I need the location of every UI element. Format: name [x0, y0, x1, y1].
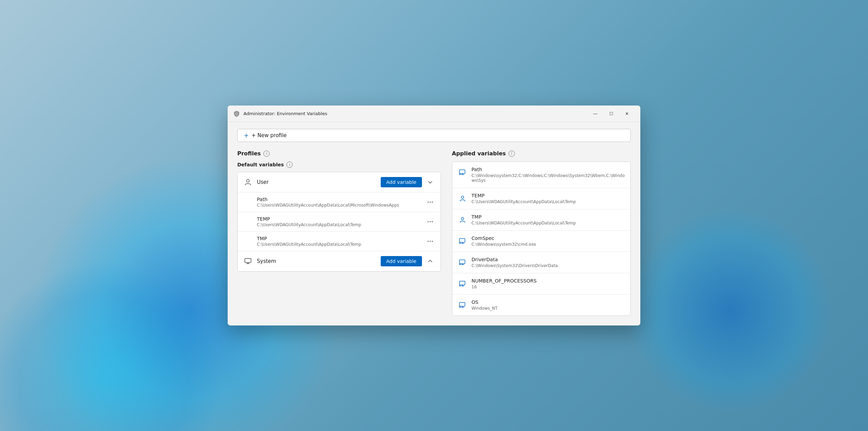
user-chevron-button[interactable] — [425, 177, 435, 187]
close-button[interactable]: ✕ — [619, 108, 635, 119]
list-item: DriverData C:\Windows\System32\Drivers\D… — [452, 252, 630, 273]
applied-item-info: Path C:\Windows\system32;C:\Windows;C:\W… — [471, 167, 625, 183]
app-icon — [233, 110, 240, 117]
new-profile-label: + New profile — [251, 132, 286, 139]
svg-point-4 — [428, 221, 429, 222]
window-title: Administrator: Environment Variables — [243, 111, 587, 116]
title-bar-controls: — ☐ ✕ — [587, 108, 635, 119]
minimize-button[interactable]: — — [587, 108, 603, 119]
variable-value: C:\Users\WDAGUtilityAccount\AppData\Loca… — [257, 242, 425, 247]
temp-more-button[interactable] — [425, 217, 435, 226]
default-variables-info-icon[interactable]: i — [286, 162, 293, 168]
main-content: Profiles i Default variables i — [237, 150, 631, 316]
svg-point-7 — [428, 241, 429, 242]
svg-rect-12 — [459, 174, 460, 175]
svg-point-9 — [432, 241, 433, 242]
applied-system-icon-2 — [458, 236, 467, 246]
title-bar: Administrator: Environment Variables — ☐… — [228, 106, 640, 122]
variable-info: Path C:\Users\WDAGUtilityAccount\AppData… — [257, 197, 425, 208]
svg-rect-15 — [459, 239, 465, 242]
applied-item-name: TEMP — [471, 193, 625, 198]
plus-icon: + — [244, 132, 249, 139]
svg-rect-19 — [459, 281, 465, 285]
applied-item-name: Path — [471, 167, 625, 172]
svg-point-13 — [462, 196, 464, 199]
svg-rect-10 — [245, 258, 251, 263]
table-row: TEMP C:\Users\WDAGUtilityAccount\AppData… — [238, 212, 441, 232]
applied-item-value: C:\Users\WDAGUtilityAccount\AppData\Loca… — [471, 221, 625, 225]
applied-variables-info-icon[interactable]: i — [509, 151, 515, 157]
svg-rect-11 — [459, 170, 465, 174]
default-variables-header: Default variables i — [237, 162, 441, 168]
variable-name: TMP — [257, 236, 425, 241]
system-category-row: System Add variable — [238, 251, 441, 271]
applied-item-name: TMP — [471, 214, 625, 220]
variable-info: TMP C:\Users\WDAGUtilityAccount\AppData\… — [257, 236, 425, 247]
svg-point-6 — [432, 221, 433, 222]
svg-point-2 — [430, 202, 431, 203]
applied-item-value: 16 — [471, 285, 625, 289]
window-body: + + New profile Profiles i Default varia… — [228, 122, 640, 325]
tmp-more-button[interactable] — [425, 236, 435, 246]
applied-item-info: NUMBER_OF_PROCESSORS 16 — [471, 278, 625, 289]
svg-point-8 — [430, 241, 431, 242]
applied-variables-panel: Path C:\Windows\system32;C:\Windows;C:\W… — [452, 162, 631, 316]
maximize-button[interactable]: ☐ — [603, 108, 619, 119]
system-chevron-button[interactable] — [425, 256, 435, 266]
user-icon — [243, 177, 253, 187]
list-item: NUMBER_OF_PROCESSORS 16 — [452, 273, 630, 295]
svg-rect-16 — [459, 242, 460, 244]
applied-item-info: TEMP C:\Users\WDAGUtilityAccount\AppData… — [471, 193, 625, 204]
svg-point-5 — [430, 221, 431, 222]
user-category-label: User — [257, 179, 381, 185]
svg-point-1 — [428, 202, 429, 203]
main-window: Administrator: Environment Variables — ☐… — [228, 106, 640, 325]
new-profile-button[interactable]: + + New profile — [237, 129, 631, 142]
list-item: Path C:\Windows\system32;C:\Windows;C:\W… — [452, 162, 630, 188]
svg-point-14 — [462, 218, 464, 220]
system-icon — [243, 256, 253, 266]
table-row: TMP C:\Users\WDAGUtilityAccount\AppData\… — [238, 232, 441, 251]
svg-rect-22 — [459, 306, 460, 308]
applied-item-value: Windows_NT — [471, 306, 625, 311]
applied-system-icon-3 — [458, 257, 467, 267]
table-row: Path C:\Users\WDAGUtilityAccount\AppData… — [238, 192, 441, 212]
applied-item-info: ComSpec C:\Windows\system32\cmd.exe — [471, 235, 625, 247]
default-variables-title: Default variables — [237, 162, 284, 167]
user-add-variable-button[interactable]: Add variable — [381, 177, 422, 187]
variable-info: TEMP C:\Users\WDAGUtilityAccount\AppData… — [257, 216, 425, 227]
applied-variables-title: Applied variables — [452, 150, 506, 157]
variables-container: User Add variable Path C:\Users\WDAGUtil — [237, 172, 441, 272]
system-category-label: System — [257, 258, 381, 264]
variable-name: TEMP — [257, 216, 425, 222]
applied-item-name: ComSpec — [471, 235, 625, 241]
applied-item-value: C:\Windows\system32\cmd.exe — [471, 242, 625, 247]
variable-name: Path — [257, 197, 425, 202]
system-add-variable-button[interactable]: Add variable — [381, 256, 422, 266]
applied-item-info: DriverData C:\Windows\System32\Drivers\D… — [471, 257, 625, 268]
applied-system-icon-5 — [458, 300, 467, 310]
applied-item-value: C:\Users\WDAGUtilityAccount\AppData\Loca… — [471, 199, 625, 204]
left-panel: Profiles i Default variables i — [237, 150, 441, 316]
list-item: ComSpec C:\Windows\system32\cmd.exe — [452, 231, 630, 252]
svg-rect-18 — [459, 264, 460, 265]
applied-system-icon-4 — [458, 279, 467, 288]
svg-rect-20 — [459, 285, 460, 286]
path-more-button[interactable] — [425, 197, 435, 207]
bloom-decoration-2 — [0, 225, 258, 431]
applied-item-name: DriverData — [471, 257, 625, 262]
profiles-title: Profiles — [237, 150, 261, 157]
list-item: TEMP C:\Users\WDAGUtilityAccount\AppData… — [452, 188, 630, 209]
applied-item-value: C:\Windows\System32\Drivers\DriverData — [471, 263, 625, 268]
applied-item-info: OS Windows_NT — [471, 299, 625, 311]
applied-item-value: C:\Windows\system32;C:\Windows;C:\Window… — [471, 173, 625, 183]
applied-user-icon-2 — [458, 215, 467, 224]
applied-system-icon — [458, 167, 467, 177]
svg-point-3 — [432, 202, 433, 203]
list-item: OS Windows_NT — [452, 295, 630, 316]
svg-point-0 — [247, 179, 249, 182]
variable-value: C:\Users\WDAGUtilityAccount\AppData\Loca… — [257, 222, 425, 227]
profiles-info-icon[interactable]: i — [263, 151, 270, 157]
applied-item-name: OS — [471, 299, 625, 305]
svg-rect-21 — [459, 302, 465, 306]
